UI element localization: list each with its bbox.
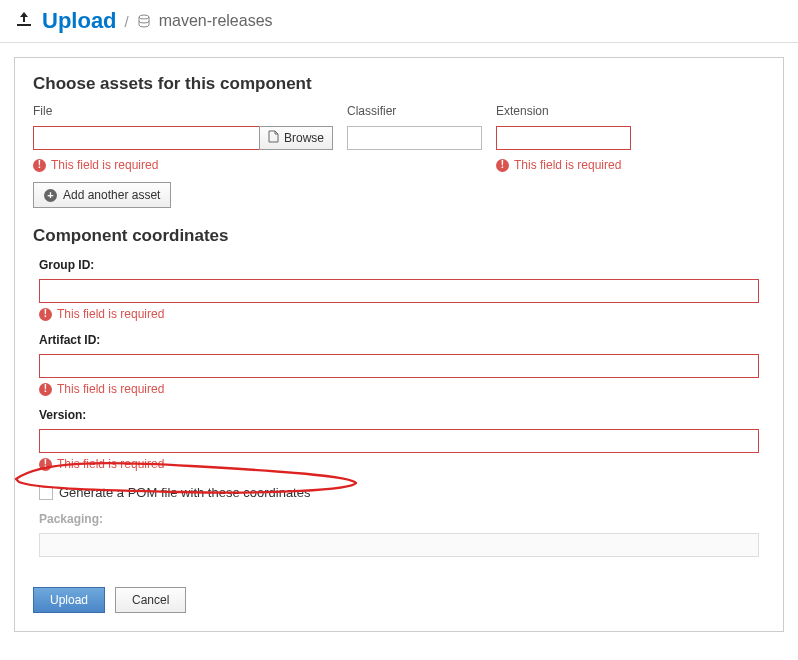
- artifact-id-error-text: This field is required: [57, 382, 164, 396]
- upload-button-label: Upload: [50, 593, 88, 607]
- cancel-button[interactable]: Cancel: [115, 587, 186, 613]
- packaging-input[interactable]: [39, 533, 759, 557]
- assets-section-title: Choose assets for this component: [33, 74, 765, 94]
- packaging-label: Packaging:: [39, 512, 759, 526]
- page-title: Upload: [42, 8, 117, 34]
- svg-point-1: [139, 15, 149, 19]
- file-label: File: [33, 104, 333, 118]
- upload-button[interactable]: Upload: [33, 587, 105, 613]
- add-asset-button[interactable]: + Add another asset: [33, 182, 171, 208]
- file-input[interactable]: [33, 126, 259, 150]
- extension-error: ! This field is required: [496, 158, 631, 172]
- error-icon: !: [39, 308, 52, 321]
- error-icon: !: [496, 159, 509, 172]
- browse-label: Browse: [284, 131, 324, 145]
- cancel-button-label: Cancel: [132, 593, 169, 607]
- database-icon: [137, 14, 151, 28]
- version-input[interactable]: [39, 429, 759, 453]
- breadcrumb-separator: /: [125, 13, 129, 30]
- group-id-error: ! This field is required: [39, 307, 759, 321]
- assets-inputs-row: Browse: [33, 126, 765, 150]
- browse-button[interactable]: Browse: [259, 126, 333, 150]
- content-panel: Choose assets for this component File Cl…: [14, 57, 784, 632]
- packaging-field: Packaging:: [33, 512, 765, 557]
- upload-icon: [14, 10, 34, 33]
- file-icon: [268, 130, 279, 146]
- artifact-id-error: ! This field is required: [39, 382, 759, 396]
- version-field: Version: ! This field is required: [33, 408, 765, 471]
- artifact-id-label: Artifact ID:: [39, 333, 759, 347]
- plus-icon: +: [44, 189, 57, 202]
- file-error-text: This field is required: [51, 158, 158, 172]
- extension-input[interactable]: [496, 126, 631, 150]
- file-error: ! This field is required: [33, 158, 333, 172]
- extension-label: Extension: [496, 104, 631, 118]
- svg-rect-0: [17, 24, 31, 26]
- add-asset-label: Add another asset: [63, 188, 160, 202]
- version-label: Version:: [39, 408, 759, 422]
- group-id-label: Group ID:: [39, 258, 759, 272]
- generate-pom-checkbox[interactable]: [39, 486, 53, 500]
- artifact-id-field: Artifact ID: ! This field is required: [33, 333, 765, 396]
- group-id-input[interactable]: [39, 279, 759, 303]
- error-icon: !: [39, 383, 52, 396]
- coordinates-section-title: Component coordinates: [33, 226, 765, 246]
- header-bar: Upload / maven-releases: [0, 0, 798, 43]
- assets-labels-row: File Classifier Extension: [33, 104, 765, 122]
- classifier-label: Classifier: [347, 104, 482, 118]
- generate-pom-label: Generate a POM file with these coordinat…: [59, 485, 310, 500]
- group-id-field: Group ID: ! This field is required: [33, 258, 765, 321]
- assets-errors-row: ! This field is required ! This field is…: [33, 154, 765, 172]
- classifier-input[interactable]: [347, 126, 482, 150]
- version-error-text: This field is required: [57, 457, 164, 471]
- button-row: Upload Cancel: [33, 587, 765, 613]
- generate-pom-row: Generate a POM file with these coordinat…: [33, 485, 765, 500]
- error-icon: !: [39, 458, 52, 471]
- error-icon: !: [33, 159, 46, 172]
- group-id-error-text: This field is required: [57, 307, 164, 321]
- version-error: ! This field is required: [39, 457, 759, 471]
- breadcrumb-repo: maven-releases: [159, 12, 273, 30]
- extension-error-text: This field is required: [514, 158, 621, 172]
- artifact-id-input[interactable]: [39, 354, 759, 378]
